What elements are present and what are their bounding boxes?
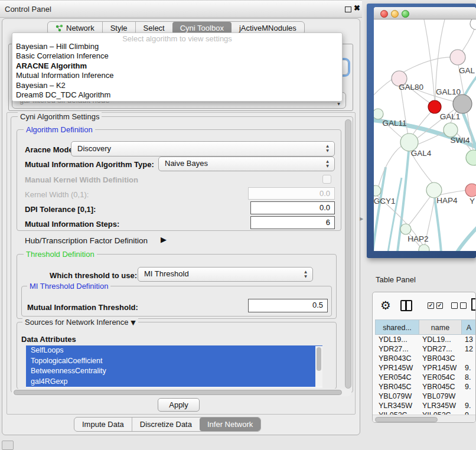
deselect-all-checkbox-icon-2[interactable] (460, 302, 467, 309)
table-cell: 12 (461, 344, 476, 354)
which-threshold-combo[interactable]: MI Threshold ▲▼ (138, 267, 313, 282)
algorithm-dropdown-popup: Select algorithm to view settings Bayesi… (12, 32, 343, 102)
collapse-icon[interactable]: ▼ (131, 319, 135, 327)
column-header[interactable]: A (461, 319, 476, 335)
document-icon[interactable] (471, 298, 476, 311)
table-row[interactable]: YBL079WYBL079W (375, 392, 476, 401)
float-panel-icon[interactable] (345, 6, 351, 12)
table-row[interactable]: YDR27...YDR27...12 (375, 344, 476, 354)
settings-hscroll-thumb[interactable] (14, 390, 342, 395)
dpi-tolerance-field[interactable]: 0.0 (250, 201, 335, 214)
network-edge[interactable] (417, 132, 445, 145)
network-node-pink-top[interactable] (450, 50, 465, 65)
algorithm-option[interactable]: Bayesian – K2 (12, 81, 342, 90)
apply-button[interactable]: Apply (158, 398, 200, 412)
table-cell: YBR045C (419, 382, 461, 392)
network-edge[interactable] (409, 195, 431, 225)
network-node-edge-node[interactable] (470, 19, 476, 30)
mi-steps-label: Mutual Information Steps: (25, 220, 119, 229)
minimized-panel-button[interactable] (2, 441, 14, 450)
algorithm-option[interactable]: Basic Correlation Inference (12, 51, 342, 61)
network-canvas[interactable]: GALGAL80GAL10GAL1SWI4GAL11GAL4GCY1HAP4YH… (374, 19, 476, 251)
hub-definition-label[interactable]: Hub/Transcription Factor Definition (25, 236, 148, 245)
split-columns-icon[interactable] (400, 300, 412, 311)
network-node-right-green[interactable] (466, 150, 476, 165)
algorithm-option[interactable]: Mutual Information Inference (12, 71, 342, 80)
network-edge[interactable] (463, 113, 476, 155)
data-attribute-item[interactable]: gal4RGexp (26, 377, 322, 387)
data-attribute-item[interactable]: SelfLoops (26, 345, 322, 356)
minimize-window-icon[interactable] (391, 10, 399, 18)
mi-steps-field[interactable]: 6 (250, 216, 335, 229)
close-window-icon[interactable] (380, 10, 388, 18)
algorithm-option[interactable]: Dream8 DC_TDC Algorithm (12, 90, 342, 100)
select-all-checkbox-icon[interactable]: ✓ (428, 302, 434, 309)
network-node-GAL1[interactable] (444, 123, 458, 137)
data-attribute-item[interactable]: BetweennessCentrality (26, 366, 322, 377)
network-edge[interactable] (457, 225, 476, 251)
algorithm-option[interactable]: ARACNE Algorithm (12, 61, 342, 71)
node-label-swi4: SWI4 (450, 136, 470, 145)
table-cell: YLR345W (419, 401, 461, 410)
network-edge[interactable] (400, 86, 408, 135)
table-row[interactable]: YDL19...YDL19...13 (375, 335, 476, 344)
mi-threshold-field[interactable]: 0.5 (248, 299, 328, 312)
network-node-bottom-node[interactable] (419, 244, 429, 251)
table-row[interactable]: YBR045CYBR045C9. (375, 382, 476, 392)
network-node-GCY1[interactable] (374, 185, 381, 196)
close-panel-icon[interactable]: ✖ (354, 4, 360, 12)
deselect-all-checkbox-icon[interactable] (451, 302, 458, 309)
table-row[interactable]: YPR145WYPR145W9. (375, 363, 476, 373)
mi-algorithm-type-value: Naive Bayes (165, 159, 208, 168)
node-label-gal1: GAL1 (440, 112, 461, 121)
network-node-left-green[interactable] (374, 109, 383, 119)
table-row[interactable]: YER054CYER054C8. (375, 373, 476, 382)
gear-icon[interactable]: ⚙ (380, 298, 391, 312)
table-row[interactable]: YLR345WYLR345W9. (375, 401, 476, 410)
algorithm-option[interactable]: Bayesian – Hill Climbing (12, 42, 342, 51)
mi-algorithm-type-combo[interactable]: Naive Bayes ▲▼ (158, 156, 335, 171)
network-edge[interactable] (374, 167, 386, 251)
which-threshold-value: MI Threshold (144, 269, 189, 278)
table-row[interactable]: YBR043CYBR043C (375, 354, 476, 363)
network-edge[interactable] (465, 73, 476, 95)
network-edge[interactable] (424, 19, 435, 101)
network-node-red-node[interactable] (428, 100, 441, 113)
settings-vertical-scrollbar[interactable] (345, 119, 351, 389)
network-window-titlebar[interactable] (374, 7, 476, 19)
network-edge[interactable] (435, 198, 441, 251)
tab-infer-network[interactable]: Infer Network (200, 418, 260, 431)
column-header[interactable]: shared... (375, 319, 419, 335)
aracne-mode-combo[interactable]: Discovery ▲▼ (71, 141, 335, 156)
network-node-GAL10[interactable] (453, 94, 472, 113)
network-node-salmon[interactable] (465, 184, 476, 197)
network-edge[interactable] (440, 190, 467, 195)
network-edge[interactable] (397, 151, 409, 251)
table-horizontal-scrollbar[interactable] (373, 415, 476, 423)
tab-label: Cyni Toolbox (180, 24, 224, 32)
table-cell: YPR145W (375, 363, 419, 373)
hub-expand-icon[interactable]: ▶ (161, 235, 167, 244)
select-all-checkbox-icon-2[interactable]: ✓ (436, 302, 443, 309)
table-hscroll-thumb[interactable] (375, 417, 438, 422)
table-cell: YBL079W (375, 392, 419, 401)
network-node-HAP2[interactable] (400, 224, 411, 234)
manual-kernel-width-checkbox[interactable] (322, 175, 331, 184)
mi-threshold-label: Mutual Information Threshold: (27, 303, 138, 312)
table-cell: 9. (461, 363, 476, 373)
kernel-width-field[interactable]: 0.0 (248, 187, 335, 200)
combo-stepper-icon: ▲▼ (325, 159, 330, 168)
settings-horizontal-scrollbar[interactable] (12, 389, 351, 396)
data-attribute-item[interactable]: TopologicalCoefficient (26, 356, 322, 367)
table-cell: YDL19... (375, 335, 419, 344)
tab-discretize-data[interactable]: Discretize Data (132, 418, 200, 431)
panel-splitter-handle[interactable]: ▶ (360, 216, 363, 221)
zoom-window-icon[interactable] (402, 10, 409, 18)
tab-impute-data[interactable]: Impute Data (74, 418, 132, 431)
data-attributes-list[interactable]: SelfLoopsTopologicalCoefficientBetweenne… (26, 345, 322, 387)
list-scrollbar-thumb[interactable] (317, 347, 321, 371)
table-cell: 9. (461, 382, 476, 392)
sources-legend[interactable]: Sources for Network Inference ▼ (22, 318, 138, 327)
column-header[interactable]: name (419, 319, 461, 335)
bottom-tabs: Impute DataDiscretize DataInfer Network (74, 417, 261, 432)
